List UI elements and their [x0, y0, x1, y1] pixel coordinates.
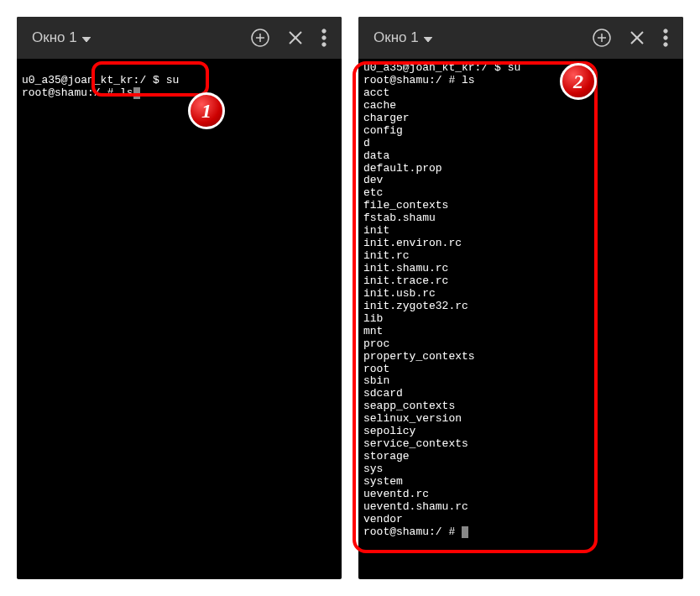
terminal-line: root	[363, 363, 389, 375]
terminal-line: file_contexts	[363, 199, 448, 212]
terminal-line: system	[363, 475, 403, 488]
terminal-line: charger	[363, 112, 410, 124]
title-actions	[593, 29, 668, 47]
terminal-line: cache	[363, 99, 396, 112]
svg-point-7	[322, 43, 326, 46]
phone-screen-left: Окно 1 u0_a35@joan_kt_kr:/ $ su root@sha…	[17, 17, 342, 579]
svg-point-5	[322, 29, 326, 33]
terminal-line: root@shamu:/ # ls	[363, 74, 475, 86]
terminal-line: d	[363, 137, 370, 149]
title-bar: Окно 1	[358, 17, 683, 59]
terminal-line: acct	[363, 86, 389, 99]
terminal-line: init	[363, 224, 389, 237]
terminal-line: selinux_version	[363, 412, 462, 425]
terminal-line: mnt	[363, 325, 383, 337]
terminal-line: property_contexts	[363, 350, 475, 363]
terminal-line: init.trace.rc	[363, 274, 448, 287]
terminal-output[interactable]: u0_a35@joan_kt_kr:/ $ su root@shamu:/ # …	[358, 59, 683, 578]
close-button[interactable]	[629, 30, 645, 45]
terminal-line: init.shamu.rc	[363, 262, 448, 274]
window-title: Окно 1	[374, 29, 419, 46]
terminal-prompt: root@shamu:/ #	[363, 525, 462, 538]
annotation-badge: 2	[560, 63, 597, 100]
terminal-line: dev	[363, 174, 383, 186]
svg-point-15	[664, 43, 667, 46]
terminal-line: proc	[363, 337, 389, 350]
terminal-line: sys	[363, 463, 383, 475]
phone-screen-right: Окно 1 u0_a35@joan_kt_kr:/ $ su root@sha…	[358, 17, 683, 579]
terminal-line: u0_a35@joan_kt_kr:/ $ su	[363, 61, 520, 74]
window-tab[interactable]: Окно 1	[374, 29, 432, 46]
terminal-line: ueventd.shamu.rc	[363, 500, 468, 513]
terminal-line: init.zygote32.rc	[363, 300, 468, 312]
terminal-line: etc	[363, 186, 383, 199]
terminal-line: vendor	[363, 513, 403, 525]
terminal-output[interactable]: u0_a35@joan_kt_kr:/ $ su root@shamu:/ # …	[17, 59, 342, 116]
terminal-line: config	[363, 124, 403, 137]
add-tab-button[interactable]	[251, 29, 269, 47]
terminal-line: u0_a35@joan_kt_kr:/ $ su	[22, 74, 179, 86]
terminal-line: storage	[363, 450, 410, 463]
svg-point-13	[664, 29, 667, 33]
terminal-line: service_contexts	[363, 437, 468, 450]
terminal-line: sepolicy	[363, 425, 415, 437]
terminal-line: sdcard	[363, 387, 403, 400]
terminal-line: ueventd.rc	[363, 488, 429, 500]
menu-button[interactable]	[663, 29, 668, 47]
close-button[interactable]	[288, 30, 303, 45]
svg-point-14	[664, 36, 667, 39]
terminal-line: fstab.shamu	[363, 212, 436, 224]
title-actions	[251, 29, 326, 47]
annotation-badge: 1	[188, 92, 225, 129]
terminal-command: ls	[120, 86, 133, 99]
window-title: Окно 1	[32, 29, 77, 46]
window-tab[interactable]: Окно 1	[32, 29, 91, 46]
menu-button[interactable]	[321, 29, 326, 47]
terminal-line: data	[363, 149, 389, 162]
add-tab-button[interactable]	[593, 29, 611, 47]
svg-point-6	[322, 36, 326, 39]
terminal-line: default.prop	[363, 162, 442, 175]
terminal-line: sbin	[363, 374, 389, 387]
dropdown-icon	[424, 29, 432, 46]
title-bar: Окно 1	[17, 17, 342, 59]
terminal-line: init.rc	[363, 249, 410, 262]
cursor-icon	[462, 526, 468, 538]
dropdown-icon	[82, 29, 91, 46]
terminal-line: init.usb.rc	[363, 287, 436, 300]
terminal-line: init.environ.rc	[363, 237, 462, 249]
terminal-line: seapp_contexts	[363, 400, 455, 412]
cursor-icon	[133, 87, 140, 99]
terminal-line: lib	[363, 312, 383, 325]
terminal-prompt: root@shamu:/ #	[22, 86, 120, 99]
